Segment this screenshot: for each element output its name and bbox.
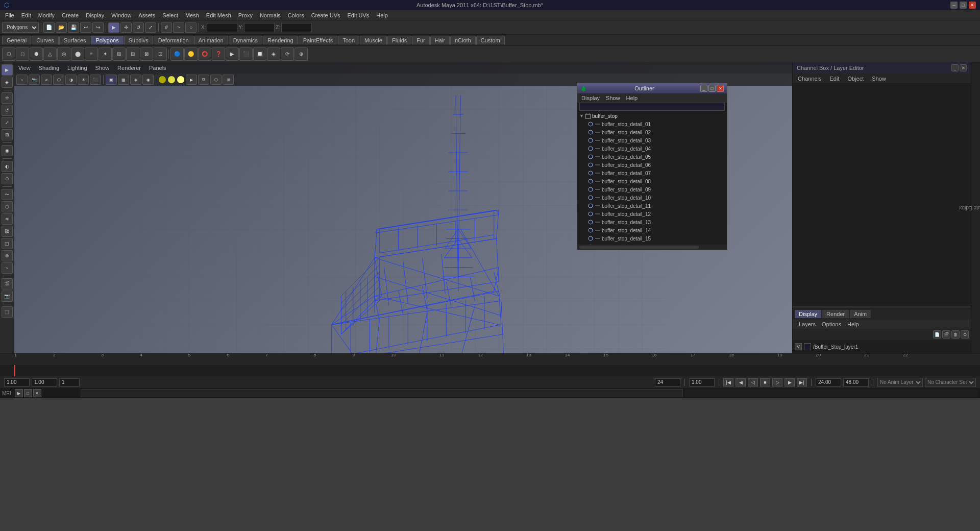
outliner-item-root[interactable]: ▼ buffer_stop (577, 112, 727, 120)
cb-tab-object[interactable]: Object (844, 75, 867, 83)
vp-display-btn[interactable]: ⬛ (90, 75, 101, 85)
constraint-btn[interactable]: ⊗ (2, 250, 13, 261)
menu-select[interactable]: Select (159, 11, 181, 19)
play-fwd-btn[interactable]: ▷ (772, 378, 782, 387)
ipr-btn[interactable]: 📷 (2, 291, 13, 302)
vp-menu-show[interactable]: Show (93, 64, 112, 72)
shelf-icon-20[interactable]: ◈ (267, 47, 280, 61)
start-frame-input[interactable] (4, 378, 30, 387)
frame-rate-input[interactable] (689, 378, 715, 387)
select-mode-btn[interactable]: ▶ (2, 64, 13, 76)
outliner-item-05[interactable]: buffer_stop_detail_05 (577, 153, 727, 161)
vp-menu-view[interactable]: View (16, 64, 33, 72)
save-scene-button[interactable]: 💾 (68, 22, 79, 33)
outliner-restore-btn[interactable]: □ (708, 85, 716, 92)
end-frame-input[interactable] (816, 378, 841, 387)
vp-smooth-btn[interactable]: ◑ (65, 75, 77, 85)
open-scene-button[interactable]: 📂 (56, 22, 67, 33)
outliner-menu-show[interactable]: Show (604, 94, 622, 102)
le-tab-render[interactable]: Render (822, 310, 849, 318)
cb-tab-show[interactable]: Show (869, 75, 889, 83)
cb-tab-channels[interactable]: Channels (795, 75, 824, 83)
shelf-icon-15[interactable]: ⭕ (198, 47, 211, 61)
outliner-item-14[interactable]: buffer_stop_detail_14 (577, 226, 727, 234)
menu-normals[interactable]: Normals (257, 11, 284, 19)
anim-layer-select[interactable]: No Anim Layer (877, 378, 923, 387)
outliner-scroll[interactable] (577, 245, 727, 250)
layer-render-btn[interactable]: 🎬 (942, 330, 950, 339)
go-end-btn[interactable]: ▶| (797, 378, 807, 387)
snap-grid[interactable]: # (161, 22, 172, 33)
move-tool[interactable]: ✛ (120, 22, 132, 33)
shelf-icon-2[interactable]: ◻ (16, 47, 29, 61)
rotate-btn[interactable]: ↺ (2, 105, 13, 116)
layer-delete-btn[interactable]: 🗑 (951, 330, 960, 339)
outliner-item-07[interactable]: buffer_stop_detail_07 (577, 169, 727, 177)
deform-btn[interactable]: ≋ (2, 213, 13, 225)
le-tab2-layers[interactable]: Layers (797, 321, 818, 328)
outliner-item-08[interactable]: buffer_stop_detail_08 (577, 177, 727, 185)
le-tab2-help[interactable]: Help (845, 321, 861, 328)
outliner-item-02[interactable]: buffer_stop_detail_02 (577, 128, 727, 136)
shelf-icon-19[interactable]: 🔲 (253, 47, 266, 61)
vp-render-view-btn[interactable]: ⬡ (210, 75, 222, 85)
layer-new-btn[interactable]: 📄 (933, 330, 941, 339)
shelf-tab-dynamics[interactable]: Dynamics (229, 36, 262, 44)
shelf-tab-subdivs[interactable]: Subdivs (124, 36, 153, 44)
shelf-icon-6[interactable]: ⬤ (71, 47, 84, 61)
cb-minimize-btn[interactable]: _ (951, 64, 959, 71)
le-tab-anim[interactable]: Anim (850, 310, 871, 318)
scale-tool[interactable]: ⤢ (145, 22, 156, 33)
curve-btn[interactable]: 〜 (2, 189, 13, 200)
shelf-icon-1[interactable]: ⬡ (2, 47, 15, 61)
soft-select-btn[interactable]: ◉ (2, 145, 13, 156)
layer-options-btn[interactable]: ⚙ (961, 330, 969, 339)
outliner-item-06[interactable]: buffer_stop_detail_06 (577, 161, 727, 169)
menu-window[interactable]: Window (108, 11, 134, 19)
dynamics-btn[interactable]: ~ (2, 262, 13, 274)
menu-display[interactable]: Display (83, 11, 107, 19)
shelf-icon-18[interactable]: ⬛ (239, 47, 253, 61)
vp-home-btn[interactable]: ⌂ (16, 75, 28, 85)
stop-btn[interactable]: ■ (760, 378, 770, 387)
outliner-menu-help[interactable]: Help (624, 94, 640, 102)
outliner-item-09[interactable]: buffer_stop_detail_09 (577, 185, 727, 194)
outliner-item-03[interactable]: buffer_stop_detail_03 (577, 136, 727, 144)
surface-btn[interactable]: ⬡ (2, 201, 13, 212)
mel-close-btn[interactable]: ✕ (33, 389, 41, 397)
new-scene-button[interactable]: 📄 (43, 22, 55, 33)
menu-edit-uvs[interactable]: Edit UVs (345, 11, 373, 19)
cb-tab-edit[interactable]: Edit (826, 75, 842, 83)
shelf-tab-rendering[interactable]: Rendering (263, 36, 298, 44)
shelf-icon-14[interactable]: 🟡 (184, 47, 198, 61)
go-start-btn[interactable]: |◀ (723, 378, 733, 387)
universal-btn[interactable]: ⊞ (2, 129, 13, 140)
vp-menu-lighting[interactable]: Lighting (65, 64, 89, 72)
vp-isolate-btn[interactable]: ◉ (142, 75, 154, 85)
step-back-btn[interactable]: ◀ (736, 378, 746, 387)
timeline-ruler[interactable]: 1 2 3 4 5 6 7 8 9 10 11 12 13 14 15 16 1… (0, 354, 980, 365)
outliner-close-btn[interactable]: ✕ (717, 85, 724, 92)
minimize-button[interactable]: – (950, 2, 958, 9)
maximize-button[interactable]: □ (960, 2, 967, 9)
close-button[interactable]: ✕ (969, 2, 976, 9)
outliner-search-input[interactable] (579, 103, 725, 111)
outliner-item-12[interactable]: buffer_stop_detail_12 (577, 210, 727, 218)
mel-stop-btn[interactable]: □ (24, 389, 32, 397)
shelf-icon-5[interactable]: ◎ (57, 47, 70, 61)
scale-btn[interactable]: ⤢ (2, 117, 13, 128)
total-end-input[interactable] (843, 378, 869, 387)
menu-assets[interactable]: Assets (135, 11, 158, 19)
vp-menu-panels[interactable]: Panels (147, 64, 168, 72)
vp-grid-btn[interactable]: # (41, 75, 52, 85)
shelf-icon-12[interactable]: ⊡ (154, 47, 167, 61)
cb-close-btn[interactable]: ✕ (960, 64, 967, 71)
shelf-tab-toon[interactable]: Toon (338, 36, 359, 44)
le-tab-display[interactable]: Display (795, 310, 821, 318)
step-fwd-btn[interactable]: ▶ (785, 378, 795, 387)
shelf-icon-3[interactable]: ⬢ (30, 47, 43, 61)
vp-xray-btn[interactable]: ◈ (130, 75, 141, 85)
mel-play-btn[interactable]: ▶ (15, 389, 23, 397)
menu-mesh[interactable]: Mesh (182, 11, 202, 19)
vp-menu-renderer[interactable]: Renderer (115, 64, 143, 72)
